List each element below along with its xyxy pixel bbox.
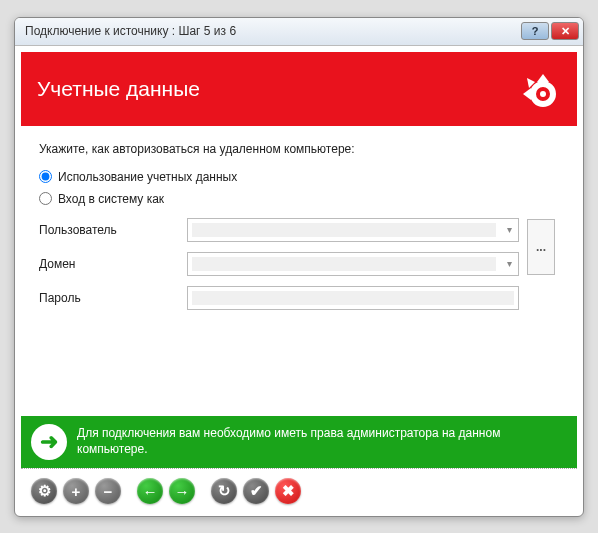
gear-icon: ⚙ bbox=[38, 482, 51, 500]
toolbar: ⚙ + − ← → ↻ ✔ ✖ bbox=[21, 468, 577, 510]
info-strip: ➜ Для подключения вам необходимо иметь п… bbox=[21, 416, 577, 468]
radio-use-credentials-label: Использование учетных данных bbox=[58, 170, 237, 184]
check-icon: ✔ bbox=[250, 482, 263, 500]
arrow-right-icon: → bbox=[175, 483, 190, 500]
domain-combo[interactable] bbox=[187, 252, 519, 276]
close-button[interactable]: ✕ bbox=[551, 22, 579, 40]
plus-icon: + bbox=[72, 483, 81, 500]
arrow-left-icon: ← bbox=[143, 483, 158, 500]
cancel-button[interactable]: ✖ bbox=[275, 478, 301, 504]
radio-login-as-input[interactable] bbox=[39, 192, 52, 205]
radio-login-as-label: Вход в систему как bbox=[58, 192, 164, 206]
arrow-right-icon: ➜ bbox=[31, 424, 67, 460]
content: Учетные данные Укажите, как авторизовать… bbox=[15, 46, 583, 516]
window-title: Подключение к источнику : Шаг 5 из 6 bbox=[25, 24, 519, 38]
page-title: Учетные данные bbox=[37, 77, 200, 101]
radio-login-as[interactable]: Вход в систему как bbox=[39, 192, 559, 206]
x-icon: ✖ bbox=[282, 482, 295, 500]
svg-point-1 bbox=[540, 91, 546, 97]
fields-grid: Пользователь ... Домен Пароль bbox=[39, 218, 559, 310]
forward-button[interactable]: → bbox=[169, 478, 195, 504]
radio-use-credentials[interactable]: Использование учетных данных bbox=[39, 170, 559, 184]
help-button[interactable]: ? bbox=[521, 22, 549, 40]
dialog-window: Подключение к источнику : Шаг 5 из 6 ? ✕… bbox=[14, 17, 584, 517]
refresh-icon: ↻ bbox=[218, 482, 231, 500]
refresh-button[interactable]: ↻ bbox=[211, 478, 237, 504]
app-logo-icon bbox=[509, 66, 561, 112]
user-combo[interactable] bbox=[187, 218, 519, 242]
settings-button[interactable]: ⚙ bbox=[31, 478, 57, 504]
back-button[interactable]: ← bbox=[137, 478, 163, 504]
browse-button[interactable]: ... bbox=[527, 219, 555, 275]
banner: Учетные данные bbox=[21, 52, 577, 126]
info-text: Для подключения вам необходимо иметь пра… bbox=[77, 426, 567, 457]
instruction-text: Укажите, как авторизоваться на удаленном… bbox=[39, 142, 559, 156]
remove-button[interactable]: − bbox=[95, 478, 121, 504]
label-user: Пользователь bbox=[39, 223, 179, 237]
apply-button[interactable]: ✔ bbox=[243, 478, 269, 504]
form-area: Укажите, как авторизоваться на удаленном… bbox=[21, 126, 577, 416]
radio-use-credentials-input[interactable] bbox=[39, 170, 52, 183]
label-password: Пароль bbox=[39, 291, 179, 305]
password-input[interactable] bbox=[187, 286, 519, 310]
titlebar: Подключение к источнику : Шаг 5 из 6 ? ✕ bbox=[15, 18, 583, 46]
minus-icon: − bbox=[104, 483, 113, 500]
add-button[interactable]: + bbox=[63, 478, 89, 504]
label-domain: Домен bbox=[39, 257, 179, 271]
